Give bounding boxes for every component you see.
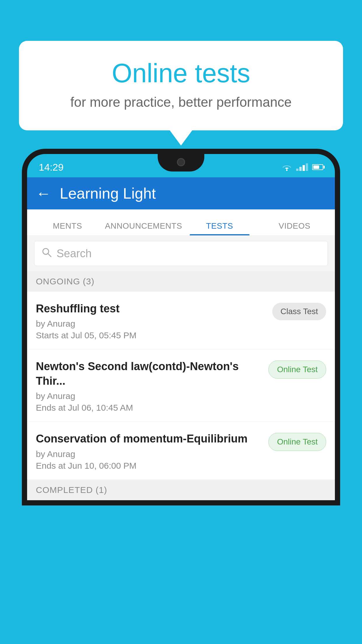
signal-bars: [296, 163, 308, 171]
bubble-title: Online tests: [42, 58, 320, 88]
phone-notch: [158, 154, 204, 172]
test-info: Newton's Second law(contd)-Newton's Thir…: [36, 359, 263, 413]
bubble-subtitle: for more practice, better performance: [42, 94, 320, 110]
test-item[interactable]: Reshuffling test by Anurag Starts at Jul…: [27, 292, 335, 349]
app-bar: ← Learning Light: [27, 177, 335, 209]
test-badge: Online Test: [268, 360, 326, 379]
test-by: by Anurag: [36, 449, 263, 459]
search-input-wrap[interactable]: Search: [34, 241, 328, 266]
test-info: Reshuffling test by Anurag Starts at Jul…: [36, 302, 266, 340]
test-by: by Anurag: [36, 319, 266, 329]
back-button[interactable]: ←: [36, 185, 51, 202]
phone-screen: ← Learning Light MENTS ANNOUNCEMENTS TES…: [27, 177, 335, 500]
test-item[interactable]: Newton's Second law(contd)-Newton's Thir…: [27, 349, 335, 422]
search-icon: [41, 246, 52, 260]
status-bar: 14:29: [27, 154, 335, 177]
svg-point-0: [286, 169, 288, 171]
speech-bubble: Online tests for more practice, better p…: [19, 41, 343, 130]
search-input[interactable]: Search: [57, 247, 92, 260]
test-name: Newton's Second law(contd)-Newton's Thir…: [36, 359, 263, 388]
tab-ments[interactable]: MENTS: [30, 216, 105, 235]
tab-tests[interactable]: TESTS: [182, 216, 257, 235]
tabs-bar: MENTS ANNOUNCEMENTS TESTS VIDEOS: [27, 209, 335, 236]
phone-container: 14:29: [22, 149, 340, 644]
status-icons: [282, 160, 323, 171]
test-item[interactable]: Conservation of momentum-Equilibrium by …: [27, 422, 335, 480]
battery-fill: [313, 165, 319, 169]
test-date: Ends at Jul 06, 10:45 AM: [36, 403, 263, 413]
svg-line-2: [48, 254, 51, 257]
tab-videos[interactable]: VIDEOS: [257, 216, 332, 235]
test-name: Reshuffling test: [36, 302, 266, 316]
test-name: Conservation of momentum-Equilibrium: [36, 432, 263, 446]
test-date: Starts at Jul 05, 05:45 PM: [36, 330, 266, 340]
test-badge: Online Test: [268, 433, 326, 451]
tab-announcements[interactable]: ANNOUNCEMENTS: [105, 216, 182, 235]
battery-icon: [312, 164, 323, 170]
completed-section-header: COMPLETED (1): [27, 480, 335, 500]
camera: [177, 158, 185, 166]
status-time: 14:29: [39, 159, 64, 173]
ongoing-section-header: ONGOING (3): [27, 271, 335, 292]
phone-outer: 14:29: [22, 149, 340, 505]
test-badge: Class Test: [272, 303, 326, 320]
wifi-icon: [282, 163, 292, 171]
app-title: Learning Light: [60, 185, 156, 202]
test-by: by Anurag: [36, 391, 263, 401]
search-bar: Search: [27, 236, 335, 271]
test-info: Conservation of momentum-Equilibrium by …: [36, 432, 263, 470]
test-date: Ends at Jun 10, 06:00 PM: [36, 461, 263, 471]
